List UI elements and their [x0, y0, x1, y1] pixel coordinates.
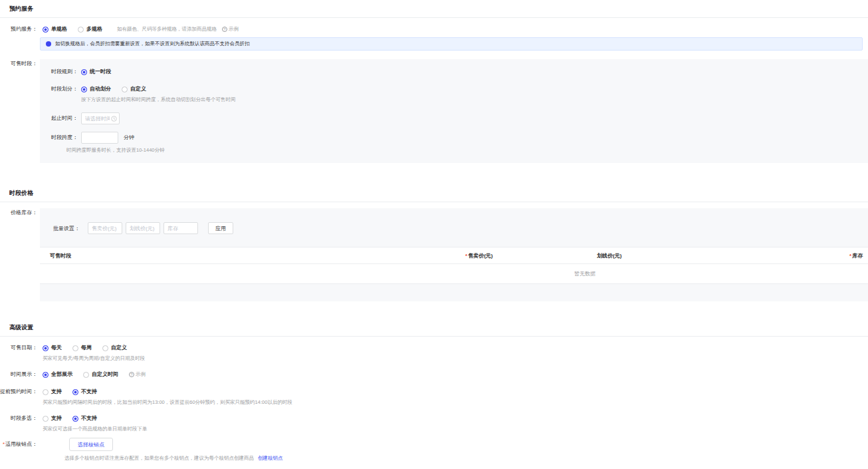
radio-selected-icon: [43, 27, 49, 33]
spec-example[interactable]: ? 示例: [222, 25, 239, 34]
info-icon: [46, 41, 51, 47]
price-stock-panel: 批量设置： 应用 可售时段 *售卖价(元) 划线价(元) *库存 暂无数据: [40, 208, 868, 301]
radio-custom-date[interactable]: 自定义: [102, 343, 127, 353]
slot-settings-panel: 时段规则： 统一时段 时段划分： 自动划分 自定义 按下方: [40, 59, 868, 163]
radio-unified-slot[interactable]: 统一时段: [81, 67, 111, 77]
col-header-line-price: 划线价(元): [597, 252, 849, 259]
radio-everyday-label: 每天: [51, 343, 62, 353]
sale-date-label: 可售日期：: [0, 343, 37, 353]
section-title-advanced: 高级设置: [0, 319, 868, 337]
radio-single-spec-label: 单规格: [51, 25, 67, 34]
radio-custom-time-label: 自定义时间: [92, 370, 118, 379]
radio-unselected-icon: [122, 86, 128, 92]
radio-show-all[interactable]: 全部展示: [43, 370, 72, 379]
multi-slot-hint: 买家仅可选择一个商品规格的单日期单时段下单: [43, 425, 868, 432]
batch-line-price-input[interactable]: [126, 222, 160, 234]
price-stock-row: 价格库存： 批量设置： 应用 可售时段 *售卖价(元) 划线价(元) *库存 暂…: [0, 208, 868, 301]
display-example[interactable]: ? 示例: [129, 370, 146, 379]
radio-custom-time[interactable]: 自定义时间: [83, 370, 118, 379]
radio-single-spec[interactable]: 单规格: [43, 25, 67, 34]
redeem-point-row: *适用核销点： 选择核销点: [0, 438, 868, 451]
slot-divide-label: 时段划分：: [40, 84, 78, 94]
col-header-stock: *库存: [849, 252, 868, 259]
slot-span-row: 时段跨度： 分钟: [40, 132, 868, 144]
sale-date-hint: 买家可见每天/每周为周期/自定义的日期及时段: [43, 355, 868, 362]
radio-multi-spec[interactable]: 多规格: [78, 25, 102, 34]
slot-span-label: 时段跨度：: [40, 133, 78, 142]
price-table-header: 可售时段 *售卖价(元) 划线价(元) *库存: [40, 247, 868, 264]
radio-weekly[interactable]: 每周: [72, 343, 92, 353]
help-icon: ?: [222, 27, 227, 32]
required-mark: *: [465, 253, 467, 259]
radio-multi-support[interactable]: 支持: [43, 414, 62, 423]
radio-advance-unsupport[interactable]: 不支持: [72, 387, 97, 396]
radio-custom-divide[interactable]: 自定义: [122, 84, 146, 94]
multi-slot-label: 时段多选：: [0, 414, 37, 423]
redeem-point-label: *适用核销点：: [0, 440, 37, 449]
advance-booking-hint: 买家只能预约间隔时间后的时段，比如当前时间为13:00，设置提前60分钟预约，则…: [43, 398, 868, 406]
spec-row: 预约服务： 单规格 多规格 如有颜色、尺码等多种规格，请添加商品规格 ? 示例: [0, 25, 868, 34]
spec-hint: 如有颜色、尺码等多种规格，请添加商品规格: [117, 25, 217, 34]
multi-slot-row: 时段多选： 支持 不支持: [0, 414, 868, 423]
time-display-label: 时间展示：: [0, 370, 37, 379]
radio-unselected-icon: [43, 416, 49, 422]
display-example-label: 示例: [136, 370, 146, 379]
radio-selected-icon: [72, 416, 78, 422]
time-range-input[interactable]: [81, 112, 120, 124]
required-mark: *: [3, 441, 5, 447]
radio-multi-unsupport[interactable]: 不支持: [72, 414, 97, 423]
radio-advance-support-label: 支持: [51, 387, 62, 396]
radio-selected-icon: [72, 389, 78, 395]
radio-selected-icon: [81, 86, 87, 92]
radio-advance-support[interactable]: 支持: [43, 387, 62, 396]
radio-unselected-icon: [78, 27, 84, 33]
select-redeem-point-button[interactable]: 选择核销点: [69, 438, 113, 451]
time-range-field: [81, 112, 120, 124]
radio-auto-divide[interactable]: 自动划分: [81, 84, 111, 94]
radio-everyday[interactable]: 每天: [43, 343, 62, 353]
price-stock-label: 价格库存：: [0, 208, 37, 218]
spec-example-label: 示例: [229, 25, 239, 34]
batch-sale-price-input[interactable]: [88, 222, 122, 234]
radio-unselected-icon: [83, 372, 89, 378]
required-mark: *: [849, 253, 851, 259]
radio-unselected-icon: [72, 345, 78, 351]
sale-date-row: 可售日期： 每天 每周 自定义: [0, 343, 868, 353]
section-title-price: 时段价格: [0, 184, 868, 202]
radio-custom-divide-label: 自定义: [130, 84, 146, 94]
apply-button[interactable]: 应用: [208, 222, 233, 234]
price-table: 可售时段 *售卖价(元) 划线价(元) *库存 暂无数据: [40, 247, 868, 284]
radio-multi-spec-label: 多规格: [86, 25, 102, 34]
radio-advance-unsupport-label: 不支持: [81, 387, 97, 396]
slot-divide-row: 时段划分： 自动划分 自定义: [40, 84, 868, 94]
radio-multi-support-label: 支持: [51, 414, 62, 423]
batch-set-row: 批量设置： 应用: [40, 222, 868, 235]
slot-rule-label: 时段规则：: [40, 67, 78, 77]
slot-row: 可售时段： 时段规则： 统一时段 时段划分： 自动划分 自定义: [0, 59, 868, 163]
create-redeem-point-link[interactable]: 创建核销点: [258, 455, 283, 461]
radio-unified-slot-label: 统一时段: [90, 67, 111, 77]
help-icon: ?: [129, 372, 134, 377]
col-header-sale-price: *售卖价(元): [465, 252, 597, 259]
spec-row-label: 预约服务：: [0, 25, 37, 34]
batch-stock-input[interactable]: [163, 222, 198, 234]
section-title-booking: 预约服务: [0, 0, 868, 18]
radio-selected-icon: [43, 372, 49, 378]
radio-custom-date-label: 自定义: [111, 343, 127, 353]
slot-rule-row: 时段规则： 统一时段: [40, 67, 868, 77]
time-range-label: 起止时间：: [40, 114, 78, 123]
col-header-slot: 可售时段: [50, 252, 465, 259]
advance-booking-row: 提前预约时间： 支持 不支持: [0, 387, 868, 396]
time-range-row: 起止时间：: [40, 112, 868, 124]
table-empty-state: 暂无数据: [40, 264, 868, 284]
slot-divide-hint: 按下方设置的起止时间和时间跨度，系统自动切割划分出每个可售时间: [81, 96, 868, 103]
redeem-point-hint: 选择多个核销点时请注意库存配置，如果您有多个核销点，建议为每个核销点创建商品 创…: [64, 454, 868, 462]
radio-multi-unsupport-label: 不支持: [81, 414, 97, 423]
slot-span-hint: 时间跨度即服务时长，支持设置10-1440分钟: [66, 146, 868, 154]
member-discount-banner: 如切换规格后，会员折扣需要重新设置，如果不设置则为系统默认该商品不支持会员折扣: [40, 37, 863, 51]
time-display-row: 时间展示： 全部展示 自定义时间 ? 示例: [0, 370, 868, 379]
radio-weekly-label: 每周: [81, 343, 92, 353]
radio-show-all-label: 全部展示: [51, 370, 72, 379]
slot-span-input[interactable]: [81, 132, 118, 144]
spec-options: 单规格 多规格 如有颜色、尺码等多种规格，请添加商品规格 ? 示例: [43, 25, 239, 34]
